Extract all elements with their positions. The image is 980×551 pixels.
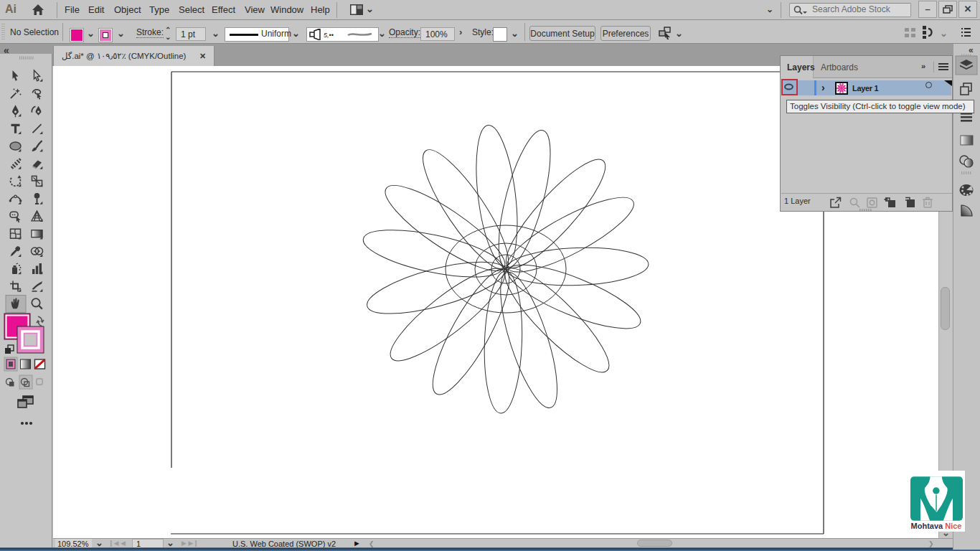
svg-text:5,••: 5,••	[324, 32, 334, 39]
